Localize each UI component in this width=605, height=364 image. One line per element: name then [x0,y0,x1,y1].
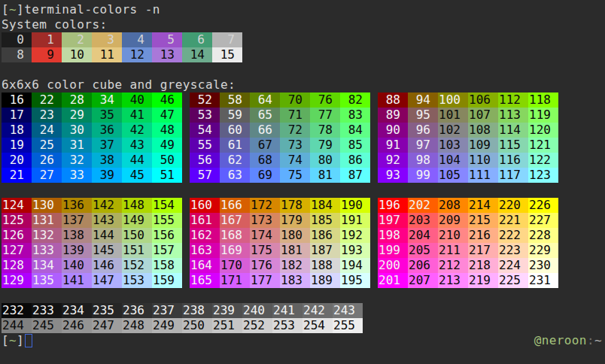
color-cell-64: 64 [250,93,280,108]
color-cell-1: 1 [32,32,62,47]
cube-block-16-51: 1622283440461723293541471824303642481925… [2,93,182,183]
color-cell-251: 251 [212,318,242,333]
color-cell-204: 204 [408,228,438,243]
cube-row: 8894100106112118 [378,93,558,108]
color-cell-120: 120 [528,123,558,138]
color-cell-230: 230 [528,258,558,273]
color-cell-76: 76 [310,93,340,108]
color-cell-35: 35 [92,108,122,123]
color-cell-212: 212 [438,258,468,273]
cube-row: 164170176182188194 [190,258,370,273]
color-cell-252: 252 [242,318,272,333]
color-cell-139: 139 [62,243,92,258]
color-cell-121: 121 [528,138,558,153]
cube-row: 196202208214220226 [378,198,558,213]
color-cell-200: 200 [378,258,408,273]
color-cell-173: 173 [250,213,280,228]
color-cell-20: 20 [2,153,32,168]
color-cell-149: 149 [122,213,152,228]
color-cell-31: 31 [62,138,92,153]
color-cell-210: 210 [438,228,468,243]
color-cell-175: 175 [250,243,280,258]
color-cell-92: 92 [378,153,408,168]
color-cell-10: 10 [62,47,92,62]
color-cell-17: 17 [2,108,32,123]
color-cell-86: 86 [340,153,370,168]
color-cell-111: 111 [468,168,498,183]
color-cell-242: 242 [302,303,333,318]
color-cell-236: 236 [122,303,152,318]
color-cell-39: 39 [92,168,122,183]
prompt-close-bracket: ] [17,333,24,347]
shell-prompt-line[interactable]: [~]@neroon:~ [2,333,605,348]
color-cell-253: 253 [272,318,302,333]
color-cell-46: 46 [152,93,182,108]
color-cell-54: 54 [190,123,220,138]
color-cell-53: 53 [190,108,220,123]
color-cell-19: 19 [2,138,32,153]
color-cell-69: 69 [250,168,280,183]
color-cell-49: 49 [152,138,182,153]
cube-row: 9399105111117123 [378,168,558,183]
color-cell-2: 2 [62,32,92,47]
greyscale-row-1: 232233234235236237238239240241242243 [2,303,605,318]
rprompt-path: ~ [594,333,602,347]
color-cell-84: 84 [340,123,370,138]
color-cell-18: 18 [2,123,32,138]
color-cell-136: 136 [62,198,92,213]
color-cell-27: 27 [32,168,62,183]
color-cell-133: 133 [32,243,62,258]
color-cell-61: 61 [220,138,250,153]
color-cell-140: 140 [62,258,92,273]
color-cell-176: 176 [250,258,280,273]
color-cell-34: 34 [92,93,122,108]
color-cell-43: 43 [122,138,152,153]
color-cell-158: 158 [152,258,182,273]
color-cell-91: 91 [378,138,408,153]
color-cell-132: 132 [32,228,62,243]
color-cell-4: 4 [122,32,152,47]
color-cell-138: 138 [62,228,92,243]
color-cell-231: 231 [528,273,558,288]
color-cell-190: 190 [340,198,370,213]
color-cell-249: 249 [152,318,182,333]
color-cell-11: 11 [92,47,122,62]
color-cell-16: 16 [2,93,32,108]
cube-row: 162228344046 [2,93,182,108]
color-cell-62: 62 [220,153,250,168]
cube-row: 192531374349 [2,138,182,153]
color-cell-150: 150 [122,228,152,243]
cube-row: 9096102108114120 [378,123,558,138]
color-cell-194: 194 [340,258,370,273]
color-cell-93: 93 [378,168,408,183]
color-cell-247: 247 [92,318,122,333]
color-cell-55: 55 [190,138,220,153]
color-cell-116: 116 [498,153,528,168]
color-cell-148: 148 [122,198,152,213]
color-cell-23: 23 [32,108,62,123]
color-cell-209: 209 [438,213,468,228]
color-cell-37: 37 [92,138,122,153]
color-cell-119: 119 [528,108,558,123]
color-cell-75: 75 [280,168,310,183]
color-cell-223: 223 [498,243,528,258]
color-cell-235: 235 [92,303,122,318]
color-cell-82: 82 [340,93,370,108]
color-cell-106: 106 [468,93,498,108]
cube-row: 129135141147153159 [2,273,182,288]
color-cell-5: 5 [152,32,182,47]
color-cell-30: 30 [62,123,92,138]
color-cell-128: 128 [2,258,32,273]
prompt-open-bracket: [ [2,333,9,347]
color-cell-205: 205 [408,243,438,258]
color-cell-110: 110 [468,153,498,168]
cube-row: 197203209215221227 [378,213,558,228]
color-cell-94: 94 [408,93,438,108]
color-cell-44: 44 [122,153,152,168]
color-cell-47: 47 [152,108,182,123]
terminal-window[interactable]: { "terminal": { "bg": "#2b2b2b", "defaul… [0,0,605,364]
color-cell-26: 26 [32,153,62,168]
color-cell-234: 234 [62,303,92,318]
cube-row: 8995101107113119 [378,108,558,123]
color-cell-229: 229 [528,243,558,258]
